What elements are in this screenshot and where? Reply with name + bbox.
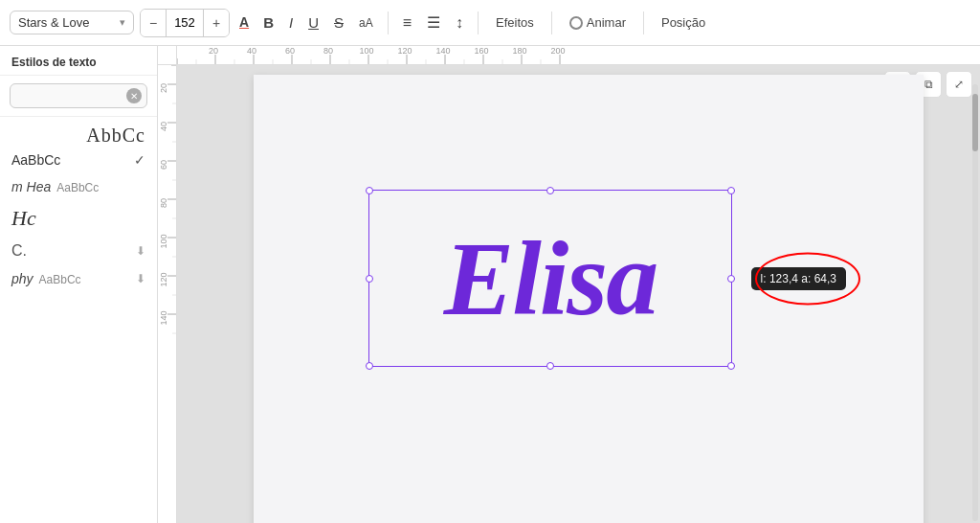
font-preview-bottom: AaBbCc	[56, 181, 99, 194]
download-icon: ⬇	[136, 272, 145, 285]
list-item[interactable]: AaBbCc ✓	[0, 147, 157, 173]
svg-text:20: 20	[159, 83, 168, 93]
svg-text:160: 160	[474, 46, 488, 56]
svg-text:200: 200	[550, 46, 565, 56]
font-size-input[interactable]	[166, 10, 204, 36]
case-icon: aA	[359, 16, 373, 30]
svg-rect-0	[177, 46, 980, 64]
posicao-button[interactable]: Posição	[654, 11, 713, 34]
font-preview-bottom: AaBbCc	[39, 273, 81, 286]
download-icon: ⬇	[136, 244, 145, 258]
italic-icon: I	[289, 14, 293, 31]
list-item[interactable]: phy AaBbCc ⬇	[0, 265, 157, 292]
svg-rect-32	[158, 65, 177, 523]
list-item[interactable]: m Hea AaBbCc	[0, 173, 157, 200]
panel-title: Estilos de texto	[0, 46, 157, 76]
handle-middle-right[interactable]	[727, 275, 735, 283]
svg-text:80: 80	[159, 198, 168, 208]
svg-text:40: 40	[247, 46, 256, 56]
main-area: Estilos de texto ✕ AbbCc AaBbCc ✓ m Hea …	[0, 46, 980, 523]
align-left-button[interactable]: ≡	[398, 11, 416, 35]
font-preview: AbbCc	[86, 125, 145, 147]
svg-text:40: 40	[159, 122, 168, 131]
animar-circle-icon	[569, 16, 583, 30]
text-color-button[interactable]: A	[235, 13, 253, 32]
divider-1	[388, 11, 389, 34]
text-element-content: Elisa	[369, 191, 731, 366]
expand-icon-btn[interactable]: ⤢	[946, 71, 972, 98]
font-dropdown-chevron: ▾	[120, 16, 125, 29]
bold-button[interactable]: B	[258, 11, 278, 34]
scrollbar-thumb[interactable]	[972, 94, 978, 151]
strikethrough-button[interactable]: S	[329, 11, 348, 34]
svg-text:180: 180	[512, 46, 526, 56]
search-clear-button[interactable]: ✕	[126, 88, 142, 103]
scrollbar-track[interactable]	[972, 84, 978, 521]
svg-text:120: 120	[159, 272, 168, 286]
page-canvas: Elisa l: 123,4 a: 64,3	[254, 75, 924, 523]
svg-text:60: 60	[159, 160, 168, 170]
list-button[interactable]: ☰	[422, 10, 445, 35]
handle-top-middle[interactable]	[546, 187, 554, 194]
font-family-dropdown[interactable]: Stars & Love ▾	[10, 11, 134, 34]
copy-icon: ⧉	[924, 78, 933, 91]
font-preview: AaBbCc	[11, 152, 60, 168]
canvas-scroll-area[interactable]: 🔒 ⧉ ⤢ Elisa	[177, 65, 980, 523]
handle-bottom-middle[interactable]	[546, 362, 554, 370]
handle-middle-left[interactable]	[366, 275, 373, 283]
efeitos-label: Efeitos	[496, 15, 534, 30]
canvas-wrapper: 20 40 60 80 100 120 140 160 180 200	[158, 46, 980, 523]
divider-4	[643, 11, 644, 34]
handle-bottom-right[interactable]	[727, 362, 735, 370]
text-element[interactable]: Elisa l: 123,4 a: 64,3	[368, 190, 732, 367]
bold-icon: B	[263, 14, 274, 31]
svg-text:20: 20	[209, 46, 218, 56]
font-preview: Hc	[11, 206, 36, 231]
underline-button[interactable]: U	[303, 11, 323, 34]
svg-text:140: 140	[435, 46, 450, 56]
font-list: AbbCc AaBbCc ✓ m Hea AaBbCc Hc C. ⬇	[0, 117, 157, 523]
italic-button[interactable]: I	[284, 11, 298, 34]
underline-icon: U	[308, 14, 319, 31]
font-size-decrease-button[interactable]: −	[141, 10, 166, 36]
svg-text:120: 120	[397, 46, 412, 56]
animar-button[interactable]: Animar	[562, 11, 634, 34]
list-item[interactable]: AbbCc	[0, 121, 157, 147]
toolbar: Stars & Love ▾ − + A B I U S aA ≡ ☰ ↕	[0, 0, 980, 46]
expand-icon: ⤢	[954, 78, 964, 91]
divider-2	[478, 11, 479, 34]
ruler-left: 20 40 60 80 100 120 140	[158, 65, 177, 523]
svg-text:80: 80	[323, 46, 333, 56]
svg-text:60: 60	[285, 46, 295, 56]
line-spacing-icon: ↕	[456, 14, 463, 32]
font-preview-top: phy	[11, 271, 33, 286]
list-icon: ☰	[427, 13, 440, 32]
svg-text:100: 100	[159, 234, 168, 248]
ruler-top: 20 40 60 80 100 120 140 160 180 200	[177, 46, 980, 65]
list-item[interactable]: Hc	[0, 200, 157, 237]
left-panel: Estilos de texto ✕ AbbCc AaBbCc ✓ m Hea …	[0, 46, 158, 523]
animar-label: Animar	[587, 15, 626, 30]
search-bar: ✕	[0, 76, 157, 117]
svg-text:140: 140	[159, 310, 168, 325]
line-spacing-button[interactable]: ↕	[451, 11, 468, 35]
svg-text:100: 100	[359, 46, 373, 56]
ruler-top-svg: 20 40 60 80 100 120 140 160 180 200	[177, 46, 980, 64]
case-button[interactable]: aA	[354, 12, 378, 34]
handle-top-right[interactable]	[727, 187, 735, 194]
font-size-control: − +	[140, 9, 230, 37]
font-preview-top: m Hea	[11, 179, 51, 194]
ruler-left-svg: 20 40 60 80 100 120 140	[158, 65, 177, 523]
list-item[interactable]: C. ⬇	[0, 237, 157, 265]
font-size-increase-button[interactable]: +	[204, 10, 229, 36]
efeitos-button[interactable]: Efeitos	[488, 11, 542, 34]
strikethrough-icon: S	[334, 14, 344, 31]
handle-top-left[interactable]	[366, 187, 373, 194]
font-family-label: Stars & Love	[18, 15, 89, 30]
font-preview: C.	[11, 242, 27, 260]
handle-bottom-left[interactable]	[366, 362, 373, 370]
ruler-corner	[158, 46, 177, 65]
position-tooltip: l: 123,4 a: 64,3	[751, 267, 846, 290]
divider-3	[551, 11, 552, 34]
text-color-letter: A	[239, 15, 249, 30]
